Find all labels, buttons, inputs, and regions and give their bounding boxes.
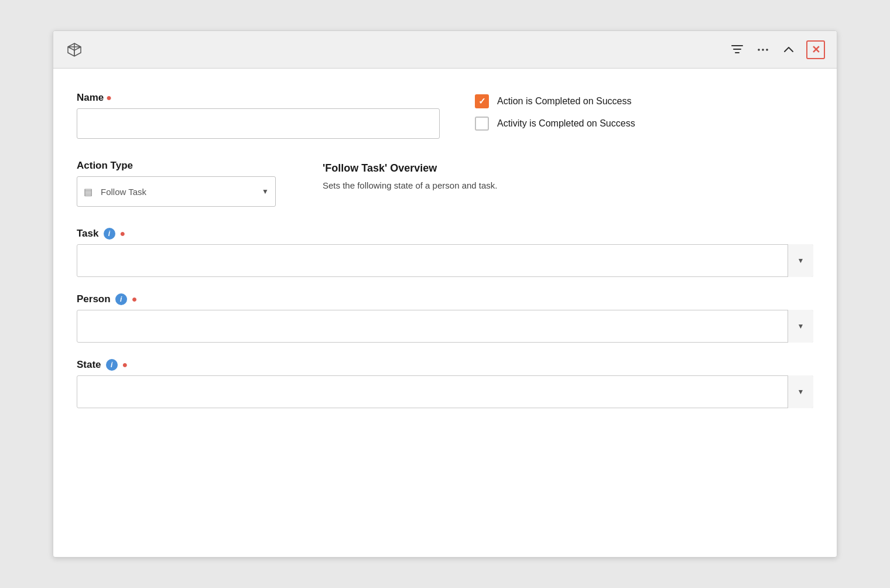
toolbar: ✕ [53,31,837,69]
chevron-up-icon[interactable] [781,42,797,58]
state-dropdown-container [77,375,813,408]
person-info-icon[interactable]: i [115,293,127,305]
action-type-label: Action Type [77,160,287,172]
filter-icon[interactable] [729,42,745,58]
svg-point-0 [758,49,760,51]
task-label: Task [77,228,99,240]
overview-title: 'Follow Task' Overview [323,162,813,175]
state-label-row: State i ● [77,359,813,371]
task-section: Task i ● [77,228,813,277]
person-required-indicator: ● [132,294,138,305]
action-completed-row: Action is Completed on Success [475,94,813,108]
action-completed-checkbox[interactable] [475,94,489,108]
name-label: Name ● [77,92,440,104]
activity-completed-label: Activity is Completed on Success [497,118,635,129]
overview-description: Sets the following state of a person and… [323,179,813,193]
person-label: Person [77,293,111,305]
menu-icon[interactable] [755,42,771,58]
task-dropdown-container [77,244,813,277]
person-section: Person i ● [77,293,813,343]
person-dropdown-arrow[interactable] [788,310,813,343]
name-section: Name ● [77,92,440,139]
top-row: Name ● Action is Completed on Success Ac… [77,92,813,139]
state-section: State i ● [77,359,813,408]
toolbar-right: ✕ [729,40,825,59]
svg-point-1 [762,49,764,51]
name-required-indicator: ● [106,93,112,103]
person-dropdown-container [77,310,813,343]
task-input[interactable] [77,244,813,277]
form-content: Name ● Action is Completed on Success Ac… [53,69,837,448]
close-icon: ✕ [812,43,820,56]
person-input[interactable] [77,310,813,343]
toolbar-left [65,40,84,59]
activity-completed-row: Activity is Completed on Success [475,117,813,131]
task-dropdown-arrow[interactable] [788,244,813,277]
action-type-select[interactable]: Follow Task [77,176,276,207]
action-type-section: Action Type ▤ Follow Task ▼ [77,160,287,207]
action-completed-label: Action is Completed on Success [497,96,631,107]
activity-completed-checkbox[interactable] [475,117,489,131]
state-input[interactable] [77,375,813,408]
task-label-row: Task i ● [77,228,813,240]
state-info-icon[interactable]: i [106,359,118,371]
state-label: State [77,359,101,371]
cube-icon [65,40,84,59]
checkboxes-section: Action is Completed on Success Activity … [475,92,813,139]
task-info-icon[interactable]: i [104,228,115,240]
modal-container: ✕ Name ● Action is Completed on Success [53,30,837,558]
action-type-row: Action Type ▤ Follow Task ▼ 'Follow Task… [77,160,813,207]
svg-point-2 [766,49,768,51]
close-button[interactable]: ✕ [806,40,825,59]
task-required-indicator: ● [120,228,126,239]
state-required-indicator: ● [122,360,128,370]
person-label-row: Person i ● [77,293,813,305]
name-input[interactable] [77,108,440,139]
overview-section: 'Follow Task' Overview Sets the followin… [323,160,813,207]
action-type-select-container: ▤ Follow Task ▼ [77,176,276,207]
state-dropdown-arrow[interactable] [788,375,813,408]
